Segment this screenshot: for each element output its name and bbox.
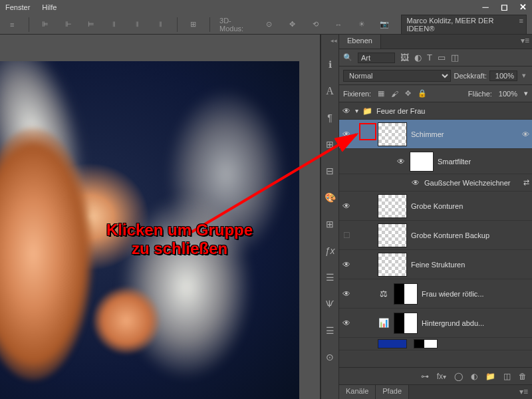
layer-name[interactable]: Feine Strukturen bbox=[411, 261, 529, 269]
filter-image-icon[interactable]: 🖼 bbox=[400, 53, 409, 63]
align-right-icon[interactable]: ⊨ bbox=[84, 17, 98, 32]
group-toggle-icon[interactable]: ▾ bbox=[355, 107, 358, 114]
delete-layer-icon[interactable]: 🗑 bbox=[519, 372, 527, 381]
layer-row[interactable]: 👁 ⚖ Frau wieder rötlic... bbox=[339, 279, 532, 309]
distribute-right-icon[interactable]: ⦀ bbox=[154, 17, 168, 32]
maximize-button[interactable]: ◻ bbox=[495, 0, 513, 13]
layer-filter-dropdown[interactable]: Art bbox=[358, 53, 395, 63]
filter-name[interactable]: Gaußscher Weichzeichner bbox=[424, 179, 519, 187]
layer-thumbnail[interactable] bbox=[378, 253, 407, 277]
list-icon[interactable]: ☰ bbox=[323, 270, 337, 285]
tab-ebenen[interactable]: Ebenen bbox=[339, 35, 381, 49]
adjustment-layer-icon[interactable]: ◐ bbox=[471, 372, 477, 381]
styles-icon[interactable]: ƒx bbox=[323, 243, 337, 258]
lock-position-icon[interactable]: ✥ bbox=[405, 89, 411, 98]
layer-thumbnail[interactable] bbox=[378, 194, 407, 218]
visibility-icon[interactable]: 👁 bbox=[396, 157, 406, 166]
info-icon[interactable]: ℹ bbox=[323, 57, 337, 72]
annotation-highlight-box bbox=[359, 123, 376, 140]
lock-transparent-icon[interactable]: ▦ bbox=[378, 89, 384, 98]
search-icon: 🔍 bbox=[343, 53, 352, 62]
fill-label: Fläche: bbox=[468, 90, 492, 98]
mode-3d-label: 3D-Modus: bbox=[219, 17, 253, 33]
dock-collapse-icon[interactable]: ◂◂ bbox=[329, 36, 338, 45]
options-bar: ≡ ⊫ ⊩ ⊨ ⦀ ⦀ ⦀ ⊞ 3D-Modus: ⊙ ✥ ⟲ ↔ ☀ 📷 Ma… bbox=[0, 15, 532, 35]
folder-icon: 📁 bbox=[362, 106, 372, 116]
filtermask-thumbnail[interactable] bbox=[410, 152, 434, 172]
layer-name[interactable]: Hintergrund abdu... bbox=[422, 319, 529, 327]
visibility-icon[interactable]: 👁 bbox=[411, 178, 420, 188]
camera-icon[interactable]: 📷 bbox=[378, 17, 392, 32]
filter-adjust-icon[interactable]: ◐ bbox=[414, 53, 422, 63]
filter-type-icon[interactable]: T bbox=[427, 53, 432, 63]
nav-icon[interactable]: ☰ bbox=[323, 323, 337, 338]
window-controls: ─ ◻ ✕ bbox=[476, 0, 532, 13]
layer-name[interactable]: Feuer der Frau bbox=[376, 107, 529, 115]
lock-label: Fixieren: bbox=[343, 90, 371, 98]
panel-menu-icon[interactable]: ▾≡ bbox=[521, 36, 529, 45]
layer-row[interactable]: 👁 📊 Hintergrund abdu... bbox=[339, 309, 532, 338]
layer-group[interactable]: 👁 ▾ 📁 Feuer der Frau bbox=[339, 102, 532, 120]
visibility-icon[interactable]: 👁 bbox=[342, 319, 351, 328]
filter-smart-icon[interactable]: ◫ bbox=[451, 53, 459, 63]
layer-row[interactable]: 👁 Feine Strukturen bbox=[339, 250, 532, 279]
light-icon[interactable]: ☀ bbox=[354, 17, 368, 32]
layer-row[interactable] bbox=[339, 338, 532, 350]
fill-arrow-icon[interactable]: ▾ bbox=[524, 89, 528, 98]
new-layer-icon[interactable]: ◫ bbox=[503, 372, 511, 381]
character-icon[interactable]: A bbox=[323, 84, 337, 98]
blend-mode-select[interactable]: Normal bbox=[343, 70, 451, 82]
opacity-arrow-icon[interactable]: ▾ bbox=[520, 71, 528, 80]
align-left-icon[interactable]: ⊫ bbox=[39, 17, 53, 32]
opacity-input[interactable]: 100% bbox=[489, 70, 517, 81]
layer-mask-icon[interactable]: ◯ bbox=[454, 372, 463, 381]
layer-name[interactable]: Grobe Konturen bbox=[411, 202, 529, 210]
layer-thumbnail[interactable] bbox=[378, 223, 407, 247]
orbit-icon[interactable]: ⊙ bbox=[263, 17, 277, 32]
layer-name[interactable]: Grobe Konturen Backup bbox=[411, 231, 529, 239]
layer-name[interactable]: Smartfilter bbox=[438, 158, 529, 166]
tab-pfade[interactable]: Pfade bbox=[376, 385, 409, 399]
distribute-left-icon[interactable]: ⦀ bbox=[108, 17, 122, 32]
svg-line-0 bbox=[192, 134, 356, 232]
opacity-label: Deckkraft: bbox=[454, 72, 487, 80]
visibility-icon[interactable]: 👁 bbox=[342, 260, 351, 269]
visibility-icon[interactable]: 👁 bbox=[342, 289, 351, 299]
layer-mask[interactable] bbox=[394, 313, 418, 334]
align-icon[interactable]: ≡ bbox=[5, 17, 19, 32]
distribute-center-icon[interactable]: ⦀ bbox=[130, 17, 144, 32]
roll-icon[interactable]: ⟲ bbox=[309, 17, 323, 32]
close-button[interactable]: ✕ bbox=[513, 0, 532, 13]
lock-all-icon[interactable]: 🔒 bbox=[418, 89, 427, 98]
new-group-icon[interactable]: 📁 bbox=[485, 372, 495, 381]
pan-icon[interactable]: ✥ bbox=[285, 17, 299, 32]
layer-fx-icon[interactable]: fx▾ bbox=[437, 372, 446, 381]
paragraph-icon[interactable]: ¶ bbox=[323, 110, 337, 125]
menu-bar: Fenster Hilfe ─ ◻ ✕ bbox=[0, 0, 532, 15]
workspace-selector[interactable]: Marco Kolditz, MEER DER IDEEN® bbox=[401, 15, 527, 35]
adjustment-icon: 📊 bbox=[378, 318, 390, 328]
layers-footer: ⊶ fx▾ ◯ ◐ 📁 ◫ 🗑 bbox=[339, 367, 532, 384]
brush-icon[interactable]: Ѱ bbox=[323, 297, 337, 311]
layer-name[interactable]: Schimmer bbox=[411, 130, 518, 138]
visibility-icon[interactable]: 👁 bbox=[342, 106, 351, 116]
adjust-icon[interactable]: ⊙ bbox=[323, 350, 337, 364]
minimize-button[interactable]: ─ bbox=[476, 0, 495, 13]
link-layers-icon[interactable]: ⊶ bbox=[421, 372, 429, 381]
layer-thumbnail[interactable] bbox=[378, 122, 407, 146]
layer-mask[interactable] bbox=[394, 283, 418, 305]
menu-fenster[interactable]: Fenster bbox=[5, 3, 30, 11]
filter-visibility-icon[interactable]: 👁 bbox=[522, 130, 529, 138]
menu-hilfe[interactable]: Hilfe bbox=[42, 3, 57, 11]
layer-name[interactable]: Frau wieder rötlic... bbox=[422, 290, 529, 298]
auto-align-icon[interactable]: ⊞ bbox=[186, 17, 200, 32]
filter-blend-icon[interactable]: ⇄ bbox=[523, 178, 529, 187]
panel-menu-icon[interactable]: ▾≡ bbox=[515, 385, 532, 399]
fill-input[interactable]: 100% bbox=[499, 90, 517, 98]
tab-kanaele[interactable]: Kanäle bbox=[339, 385, 376, 399]
lock-pixels-icon[interactable]: 🖌 bbox=[391, 90, 398, 98]
slide-icon[interactable]: ↔ bbox=[332, 17, 346, 32]
filter-shape-icon[interactable]: ▭ bbox=[438, 53, 446, 63]
align-center-icon[interactable]: ⊩ bbox=[61, 17, 75, 32]
adjustment-icon: ⚖ bbox=[378, 289, 390, 299]
